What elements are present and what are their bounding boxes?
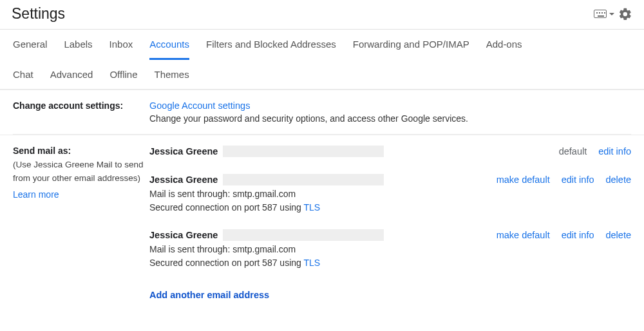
send-mail-as-entry: Jessica Greenedefaultedit info — [149, 146, 631, 157]
tab-advanced[interactable]: Advanced — [50, 69, 93, 89]
tab-chat[interactable]: Chat — [13, 69, 33, 89]
delete-link[interactable]: delete — [605, 175, 631, 185]
section-change-account: Change account settings: Google Account … — [0, 90, 644, 134]
tab-general[interactable]: General — [13, 39, 47, 60]
send-mail-as-label: Send mail as: — [13, 146, 149, 156]
settings-tabs: GeneralLabelsInboxAccountsFilters and Bl… — [0, 30, 644, 90]
tab-labels[interactable]: Labels — [64, 39, 92, 60]
chevron-down-icon[interactable] — [609, 13, 614, 15]
default-label: default — [559, 146, 587, 156]
change-account-desc: Change your password and security option… — [149, 113, 631, 124]
keyboard-icon[interactable] — [594, 10, 607, 18]
send-mail-as-entry: Jessica Greenemake defaultedit infodelet… — [149, 229, 631, 268]
tab-filters-and-blocked-addresses[interactable]: Filters and Blocked Addresses — [206, 39, 336, 60]
add-another-email-link[interactable]: Add another email address — [149, 290, 269, 300]
send-mail-as-entry: Jessica Greenemake defaultedit infodelet… — [149, 174, 631, 213]
tab-add-ons[interactable]: Add-ons — [486, 39, 522, 60]
edit-info-link[interactable]: edit info — [562, 230, 594, 240]
redacted-email — [223, 174, 384, 185]
make-default-link[interactable]: make default — [497, 230, 550, 240]
edit-info-link[interactable]: edit info — [598, 146, 631, 156]
tab-inbox[interactable]: Inbox — [109, 39, 133, 60]
page-title: Settings — [12, 5, 65, 23]
tab-forwarding-and-pop-imap[interactable]: Forwarding and POP/IMAP — [353, 39, 469, 60]
send-mail-as-sub: (Use Jessica Greene Mail to send from yo… — [13, 158, 149, 185]
learn-more-link[interactable]: Learn more — [13, 189, 59, 200]
secured-line: Secured connection on port 587 using TLS — [149, 202, 631, 213]
make-default-link[interactable]: make default — [497, 175, 550, 185]
tab-themes[interactable]: Themes — [155, 69, 189, 89]
redacted-email — [223, 229, 384, 241]
google-account-settings-link[interactable]: Google Account settings — [149, 100, 250, 111]
sender-name: Jessica Greene — [149, 175, 218, 185]
tab-offline[interactable]: Offline — [109, 69, 137, 89]
section-send-mail-as: Send mail as: (Use Jessica Greene Mail t… — [0, 135, 644, 310]
gear-icon[interactable] — [618, 7, 632, 21]
tls-link[interactable]: TLS — [303, 258, 320, 268]
smtp-line: Mail is sent through: smtp.gmail.com — [149, 244, 631, 254]
tls-link[interactable]: TLS — [303, 202, 320, 213]
delete-link[interactable]: delete — [605, 230, 631, 240]
sender-name: Jessica Greene — [149, 230, 218, 240]
secured-line: Secured connection on port 587 using TLS — [149, 258, 631, 268]
redacted-email — [223, 146, 384, 157]
tab-accounts[interactable]: Accounts — [149, 39, 189, 60]
sender-name: Jessica Greene — [149, 146, 218, 156]
change-account-label: Change account settings: — [13, 100, 123, 111]
smtp-line: Mail is sent through: smtp.gmail.com — [149, 189, 631, 199]
edit-info-link[interactable]: edit info — [562, 175, 594, 185]
